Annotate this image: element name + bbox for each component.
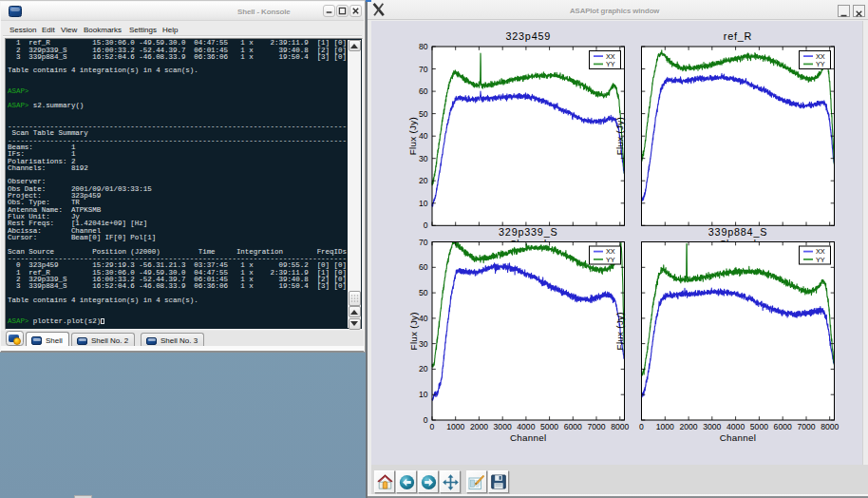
svg-text:80: 80 xyxy=(419,42,428,51)
svg-text:YY: YY xyxy=(816,256,825,264)
svg-text:Channel: Channel xyxy=(720,432,757,443)
svg-text:40: 40 xyxy=(419,314,428,323)
svg-text:7000: 7000 xyxy=(587,422,605,431)
svg-text:70: 70 xyxy=(419,65,428,74)
svg-text:2000: 2000 xyxy=(679,422,697,431)
svg-text:4000: 4000 xyxy=(726,422,745,431)
svg-text:2000: 2000 xyxy=(470,422,488,431)
svg-text:10: 10 xyxy=(419,199,428,208)
svg-text:3000: 3000 xyxy=(703,422,721,431)
svg-text:Flux (Jy): Flux (Jy) xyxy=(614,117,625,155)
svg-text:70: 70 xyxy=(419,238,428,247)
svg-text:YY: YY xyxy=(816,60,825,68)
svg-text:0: 0 xyxy=(424,220,428,230)
svg-text:20: 20 xyxy=(419,364,428,374)
svg-text:7000: 7000 xyxy=(797,422,815,431)
svg-text:1000: 1000 xyxy=(656,422,674,431)
svg-text:60: 60 xyxy=(419,262,428,272)
svg-text:3000: 3000 xyxy=(494,422,512,431)
svg-text:8000: 8000 xyxy=(611,422,629,431)
svg-text:Flux (Jy): Flux (Jy) xyxy=(408,312,419,350)
svg-text:50: 50 xyxy=(419,288,428,297)
svg-text:50: 50 xyxy=(419,109,428,119)
svg-text:1000: 1000 xyxy=(446,422,464,431)
svg-text:5000: 5000 xyxy=(750,422,768,431)
svg-text:Flux (Jy): Flux (Jy) xyxy=(614,312,625,350)
svg-text:60: 60 xyxy=(419,86,428,96)
svg-text:323p459: 323p459 xyxy=(505,30,551,42)
svg-text:6000: 6000 xyxy=(564,422,582,431)
svg-text:0: 0 xyxy=(424,415,428,425)
svg-text:0: 0 xyxy=(430,422,435,431)
svg-text:10: 10 xyxy=(419,390,428,399)
svg-text:YY: YY xyxy=(606,256,615,264)
svg-text:30: 30 xyxy=(419,339,428,349)
svg-text:Flux (Jy): Flux (Jy) xyxy=(408,117,419,155)
svg-text:YY: YY xyxy=(606,60,615,68)
svg-text:40: 40 xyxy=(419,131,428,141)
svg-text:8000: 8000 xyxy=(821,422,839,431)
svg-text:6000: 6000 xyxy=(774,422,792,431)
svg-text:Channel: Channel xyxy=(510,432,547,443)
svg-text:ref_R: ref_R xyxy=(724,30,752,42)
svg-text:329p339_S: 329p339_S xyxy=(499,226,557,238)
svg-text:4000: 4000 xyxy=(517,422,535,431)
svg-text:0: 0 xyxy=(639,422,644,431)
svg-text:20: 20 xyxy=(419,176,428,185)
svg-text:5000: 5000 xyxy=(540,422,558,431)
svg-text:30: 30 xyxy=(419,154,428,163)
svg-text:339p884_S: 339p884_S xyxy=(708,226,767,238)
